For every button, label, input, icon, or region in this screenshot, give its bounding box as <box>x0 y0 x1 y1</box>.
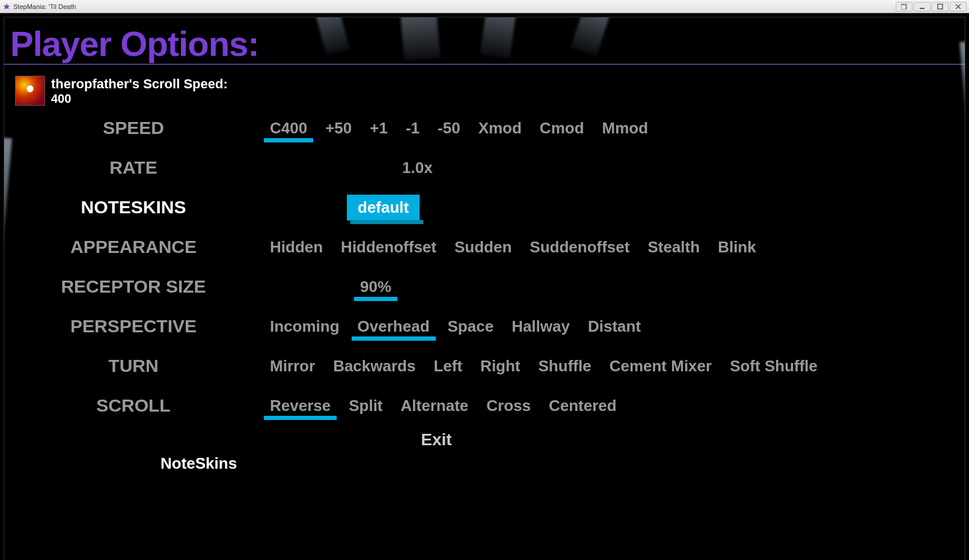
option-value-perspective-4[interactable]: Distant <box>587 315 642 338</box>
window-restore-icon[interactable] <box>896 2 912 11</box>
scroll-speed-value: 400 <box>51 92 228 106</box>
option-label-rate: RATE <box>28 157 269 178</box>
option-values-scroll: ReverseSplitAlternateCrossCentered <box>269 394 618 418</box>
option-value-appearance-4[interactable]: Stealth <box>646 236 701 259</box>
option-value-scroll-3[interactable]: Cross <box>485 394 532 418</box>
option-value-perspective-3[interactable]: Hallway <box>510 315 571 338</box>
option-label-receptor-size: RECEPTOR SIZE <box>28 277 269 296</box>
window-close-icon[interactable] <box>950 2 967 11</box>
window-maximize-icon[interactable] <box>932 2 949 11</box>
player-header: theropfather's Scroll Speed: 400 <box>4 76 965 106</box>
option-label-perspective: PERSPECTIVE <box>28 316 269 336</box>
tooltip-label: NoteSkins <box>160 454 237 473</box>
player-avatar <box>15 76 45 106</box>
option-value-appearance-0[interactable]: Hidden <box>269 236 324 259</box>
option-label-noteskins: NOTESKINS <box>28 197 269 218</box>
app-icon <box>2 2 11 11</box>
option-row-appearance[interactable]: APPEARANCE HiddenHiddenoffsetSuddenSudde… <box>28 231 965 263</box>
exit-button[interactable]: Exit <box>28 430 965 449</box>
option-value-speed-0[interactable]: C400 <box>269 117 308 140</box>
option-value-turn-4[interactable]: Shuffle <box>537 355 593 378</box>
player-info: theropfather's Scroll Speed: 400 <box>51 76 228 106</box>
option-value-noteskins-0[interactable]: default <box>347 195 420 221</box>
game-viewport: Player Options: theropfather's Scroll Sp… <box>4 17 965 560</box>
option-values-appearance: HiddenHiddenoffsetSuddenSuddenoffsetStea… <box>269 236 757 259</box>
option-row-speed[interactable]: SPEED C400+50+1-1-50XmodCmodMmod <box>28 112 965 144</box>
svg-rect-1 <box>901 5 906 10</box>
option-row-rate[interactable]: RATE 1.0x <box>28 151 965 184</box>
option-value-perspective-0[interactable]: Incoming <box>269 315 341 338</box>
option-value-scroll-4[interactable]: Centered <box>548 394 618 418</box>
option-value-turn-1[interactable]: Backwards <box>332 355 417 378</box>
option-label-appearance: APPEARANCE <box>28 237 269 257</box>
option-values-noteskins: default <box>269 195 420 221</box>
option-value-speed-4[interactable]: -50 <box>436 117 462 140</box>
option-values-rate: 1.0x <box>269 156 434 180</box>
option-label-scroll: SCROLL <box>28 395 269 416</box>
option-row-perspective[interactable]: PERSPECTIVE IncomingOverheadSpaceHallway… <box>28 310 965 342</box>
option-value-speed-3[interactable]: -1 <box>405 117 421 140</box>
option-values-turn: MirrorBackwardsLeftRightShuffleCement Mi… <box>269 355 819 378</box>
option-value-appearance-1[interactable]: Hiddenoffset <box>340 236 438 259</box>
option-row-receptor-size[interactable]: RECEPTOR SIZE 90% <box>28 270 965 303</box>
window-title: StepMania: 'Til Death <box>13 3 76 10</box>
window-titlebar: StepMania: 'Til Death <box>0 0 969 13</box>
option-value-speed-6[interactable]: Cmod <box>539 117 585 140</box>
option-value-turn-2[interactable]: Left <box>432 355 463 378</box>
option-value-turn-3[interactable]: Right <box>479 355 521 378</box>
page-title: Player Options: <box>4 17 965 65</box>
option-value-scroll-2[interactable]: Alternate <box>400 394 470 418</box>
option-value-perspective-1[interactable]: Overhead <box>356 315 431 338</box>
option-value-receptor_size-0[interactable]: 90% <box>359 275 393 299</box>
option-value-appearance-5[interactable]: Blink <box>717 236 757 259</box>
option-value-appearance-3[interactable]: Suddenoffset <box>528 236 631 259</box>
options-list: SPEED C400+50+1-1-50XmodCmodMmod RATE 1.… <box>4 112 965 449</box>
option-value-speed-7[interactable]: Mmod <box>601 117 650 140</box>
option-value-turn-5[interactable]: Cement Mixer <box>608 355 714 378</box>
option-value-scroll-1[interactable]: Split <box>347 394 384 418</box>
option-value-speed-2[interactable]: +1 <box>368 117 389 140</box>
option-value-speed-1[interactable]: +50 <box>324 117 353 140</box>
window-minimize-icon[interactable] <box>914 2 931 11</box>
option-values-receptor-size: 90% <box>269 275 393 299</box>
svg-rect-3 <box>938 4 943 9</box>
option-value-turn-0[interactable]: Mirror <box>269 355 316 378</box>
option-value-perspective-2[interactable]: Space <box>447 315 495 338</box>
option-label-turn: TURN <box>28 356 269 376</box>
scroll-speed-label: theropfather's Scroll Speed: <box>51 76 228 92</box>
option-values-speed: C400+50+1-1-50XmodCmodMmod <box>269 117 649 140</box>
option-values-perspective: IncomingOverheadSpaceHallwayDistant <box>269 315 642 338</box>
option-value-speed-5[interactable]: Xmod <box>477 117 523 140</box>
window-controls <box>896 2 967 11</box>
option-value-scroll-0[interactable]: Reverse <box>269 394 332 418</box>
option-row-noteskins[interactable]: NOTESKINS default <box>28 191 965 224</box>
option-row-scroll[interactable]: SCROLL ReverseSplitAlternateCrossCentere… <box>28 389 965 422</box>
option-value-turn-6[interactable]: Soft Shuffle <box>729 355 819 378</box>
option-label-speed: SPEED <box>28 118 269 138</box>
option-value-rate-0[interactable]: 1.0x <box>401 156 434 180</box>
option-row-turn[interactable]: TURN MirrorBackwardsLeftRightShuffleCeme… <box>28 350 965 382</box>
option-value-appearance-2[interactable]: Sudden <box>453 236 513 259</box>
